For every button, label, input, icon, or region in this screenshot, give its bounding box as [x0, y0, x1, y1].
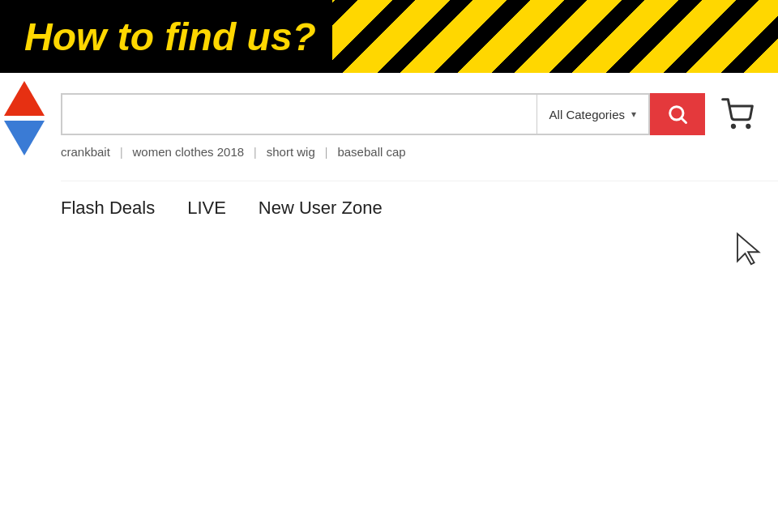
banner-title: How to find us?	[0, 15, 316, 59]
svg-point-2	[732, 125, 734, 127]
nav-tabs: Flash Deals LIVE New User Zone	[61, 181, 778, 219]
cart-icon-wrapper[interactable]	[721, 98, 754, 130]
stripe-pattern	[332, 0, 778, 73]
tab-live[interactable]: LIVE	[187, 198, 226, 219]
logo-placeholder	[0, 73, 49, 235]
svg-line-1	[682, 118, 686, 122]
logo-area	[0, 73, 57, 235]
separator-1: |	[120, 146, 123, 159]
suggestion-women-clothes[interactable]: women clothes 2018	[133, 143, 245, 160]
search-input-wrapper: All Categories ▾	[61, 93, 650, 135]
suggestion-crankbait[interactable]: crankbait	[61, 143, 110, 160]
tab-new-user-zone[interactable]: New User Zone	[259, 198, 383, 219]
search-icon	[666, 103, 689, 126]
logo-bottom-left-triangle	[4, 121, 45, 155]
svg-point-3	[747, 125, 750, 127]
suggestion-short-wig[interactable]: short wig	[267, 143, 315, 160]
chevron-down-icon: ▾	[631, 109, 636, 120]
suggestion-baseball-cap[interactable]: baseball cap	[337, 143, 405, 160]
logo-top-triangle	[4, 81, 45, 116]
search-suggestions: crankbait | women clothes 2018 | short w…	[61, 143, 778, 160]
category-label: All Categories	[549, 108, 625, 121]
separator-3: |	[325, 146, 328, 159]
search-input[interactable]	[62, 95, 536, 134]
tab-flash-deals[interactable]: Flash Deals	[61, 198, 155, 219]
cursor-arrow	[733, 231, 766, 267]
cart-icon	[721, 98, 754, 130]
separator-2: |	[254, 146, 257, 159]
search-button[interactable]	[650, 93, 705, 135]
search-section: All Categories ▾	[61, 93, 754, 135]
category-selector[interactable]: All Categories ▾	[536, 95, 648, 134]
banner-stripes	[332, 0, 778, 73]
top-banner: How to find us?	[0, 0, 778, 73]
